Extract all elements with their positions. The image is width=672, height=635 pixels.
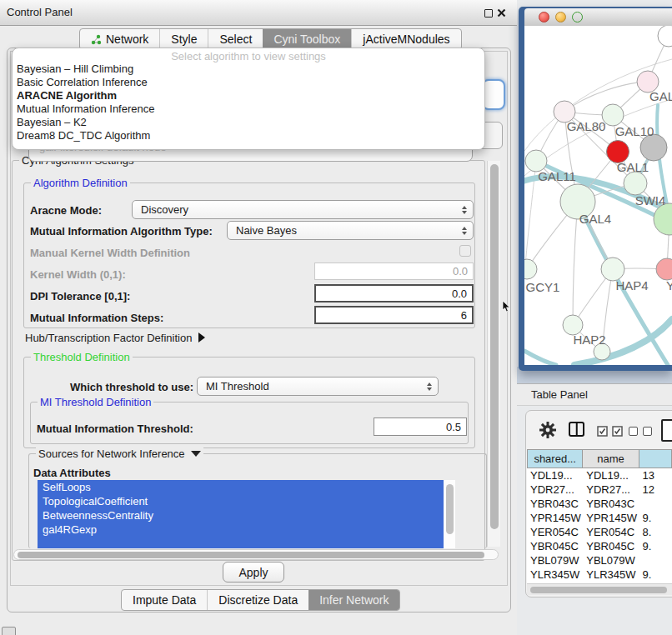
cell[interactable]: YPR145W bbox=[583, 511, 639, 525]
cell[interactable]: YBL079W bbox=[527, 553, 583, 568]
close-traffic-light[interactable] bbox=[539, 12, 549, 22]
algorithm-option-selected[interactable]: ARACNE Algorithm bbox=[17, 89, 117, 102]
tab-jactivemnodules[interactable]: jActiveMNodules bbox=[351, 29, 460, 49]
aracne-mode-combobox[interactable]: Discovery bbox=[132, 200, 474, 219]
algorithm-option[interactable]: Dream8 DC_TDC Algorithm bbox=[17, 129, 150, 142]
list-item-selected[interactable]: TopologicalCoefficient bbox=[38, 494, 455, 508]
deselect-all-checkboxes-icon[interactable] bbox=[629, 427, 652, 436]
tab-label: Select bbox=[219, 32, 252, 46]
sources-toggle[interactable]: Sources for Network Inference bbox=[36, 448, 203, 460]
cell[interactable]: YBL079W bbox=[583, 553, 639, 568]
column-header-shared[interactable]: shared... bbox=[527, 449, 583, 468]
select-all-checkboxes-icon[interactable] bbox=[597, 426, 624, 437]
collapse-arrow-icon bbox=[191, 451, 201, 457]
vscroll-thumb[interactable] bbox=[490, 164, 499, 529]
zoom-traffic-light[interactable] bbox=[572, 12, 583, 22]
tab-select[interactable]: Select bbox=[208, 29, 263, 49]
settings-horizontal-scrollbar[interactable] bbox=[13, 549, 499, 560]
gear-icon[interactable] bbox=[539, 421, 557, 439]
minimize-traffic-light[interactable] bbox=[555, 12, 566, 22]
list-item-selected[interactable]: BetweennessCentrality bbox=[38, 508, 455, 522]
table-horizontal-scrollbar[interactable] bbox=[527, 583, 672, 595]
table-row[interactable]: YER054CYER054C8. bbox=[527, 525, 672, 539]
mi-threshold-field[interactable]: 0.5 bbox=[374, 418, 467, 436]
column-layout-icon[interactable] bbox=[569, 422, 584, 437]
cell[interactable]: 9. bbox=[639, 568, 672, 582]
cell[interactable]: 9. bbox=[639, 511, 672, 525]
cell[interactable]: YDL19... bbox=[583, 468, 639, 482]
table-document-icon[interactable] bbox=[661, 419, 672, 442]
which-threshold-combobox[interactable]: MI Threshold bbox=[197, 377, 439, 396]
node-attribute-table[interactable]: shared... name YDL19...YDL19...13 YDR27.… bbox=[527, 449, 672, 583]
table-row[interactable]: YBR045CYBR045C9. bbox=[527, 539, 672, 553]
cell[interactable]: YBR045C bbox=[583, 539, 639, 553]
close-icon[interactable] bbox=[497, 8, 506, 18]
list-item-partial[interactable] bbox=[38, 537, 455, 548]
manual-kernel-checkbox[interactable] bbox=[459, 245, 471, 257]
list-item-selected[interactable]: gal4RGexp bbox=[38, 522, 455, 537]
cell[interactable]: YBR043C bbox=[583, 497, 639, 511]
table-row[interactable]: YBL079WYBL079W bbox=[527, 553, 672, 568]
kernel-width-label: Kernel Width (0,1): bbox=[30, 268, 126, 281]
tab-style[interactable]: Style bbox=[159, 29, 208, 49]
tab-cyni-toolbox[interactable]: Cyni Toolbox bbox=[263, 29, 351, 49]
node-gal1[interactable] bbox=[624, 172, 647, 195]
mi-steps-field[interactable]: 6 bbox=[314, 306, 474, 324]
list-item-selected[interactable]: SelfLoops bbox=[38, 480, 455, 494]
network-window-titlebar[interactable] bbox=[524, 8, 672, 27]
tab-infer-network[interactable]: Infer Network bbox=[308, 590, 399, 610]
table-row[interactable]: YDL19...YDL19...13 bbox=[527, 468, 672, 482]
table-hscroll-thumb[interactable] bbox=[530, 587, 667, 593]
node-salmon[interactable] bbox=[656, 258, 672, 280]
cell[interactable]: YBR045C bbox=[527, 539, 583, 553]
cell[interactable]: 9. bbox=[639, 539, 672, 553]
column-header-partial[interactable] bbox=[639, 449, 672, 468]
network-view-window[interactable]: GAL GAL80 GAL10 GAL1 GAL11 SWI4 GAL4 GCY… bbox=[519, 7, 672, 371]
hscroll-thumb[interactable] bbox=[18, 552, 484, 558]
column-header-name[interactable]: name bbox=[583, 449, 639, 468]
settings-vertical-scrollbar[interactable] bbox=[487, 161, 500, 547]
cell[interactable]: YLR345W bbox=[527, 568, 583, 582]
sources-title: Sources for Network Inference bbox=[38, 448, 185, 460]
tab-impute-data[interactable]: Impute Data bbox=[122, 590, 207, 610]
list-scroll-thumb[interactable] bbox=[446, 484, 454, 534]
list-scrollbar[interactable] bbox=[444, 480, 455, 548]
node-gcy1[interactable] bbox=[524, 259, 537, 279]
network-canvas[interactable]: GAL GAL80 GAL10 GAL1 GAL11 SWI4 GAL4 GCY… bbox=[524, 26, 672, 365]
float-icon[interactable] bbox=[484, 9, 493, 18]
table-row[interactable]: YLR345WYLR345W9. bbox=[527, 568, 672, 582]
table-row[interactable]: YPR145WYPR145W9. bbox=[527, 511, 672, 525]
cell[interactable] bbox=[639, 497, 672, 511]
cell[interactable]: YLR345W bbox=[583, 568, 639, 582]
cell[interactable]: YDL19... bbox=[527, 468, 583, 482]
table-row[interactable]: YBR043CYBR043C bbox=[527, 497, 672, 511]
cell[interactable]: 8. bbox=[639, 525, 672, 539]
hub-definition-toggle[interactable]: Hub/Transcription Factor Definition bbox=[25, 332, 205, 344]
cell[interactable]: YDR27... bbox=[583, 482, 639, 497]
mi-type-combobox[interactable]: Naive Bayes bbox=[227, 221, 474, 240]
algorithm-option[interactable]: Mutual Information Inference bbox=[17, 102, 154, 115]
node-hap4[interactable] bbox=[601, 258, 624, 281]
algorithm-option[interactable]: Bayesian – Hill Climbing bbox=[17, 62, 133, 75]
table-row[interactable]: YDR27...YDR27...12 bbox=[527, 482, 672, 497]
dpi-tolerance-field[interactable]: 0.0 bbox=[314, 284, 474, 302]
cell[interactable]: YER054C bbox=[583, 525, 639, 539]
apply-button[interactable]: Apply bbox=[223, 562, 284, 582]
cell[interactable]: YPR145W bbox=[527, 511, 583, 525]
cell[interactable] bbox=[639, 553, 672, 568]
bottom-corner-icon[interactable] bbox=[2, 627, 16, 635]
cell[interactable]: 12 bbox=[639, 482, 672, 497]
cell[interactable]: YER054C bbox=[527, 525, 583, 539]
node-swi4[interactable] bbox=[654, 203, 672, 235]
cell[interactable]: 13 bbox=[639, 468, 672, 482]
data-attributes-list[interactable]: SelfLoops TopologicalCoefficient Between… bbox=[38, 480, 455, 548]
cell[interactable]: YDR27... bbox=[527, 482, 583, 497]
node-unlabeled[interactable] bbox=[658, 26, 672, 47]
algorithm-dropdown-popup: Select algorithm to view settings Bayesi… bbox=[12, 48, 485, 150]
algorithm-option[interactable]: Bayesian – K2 bbox=[17, 116, 87, 128]
cell[interactable]: YBR043C bbox=[527, 497, 583, 511]
tab-network[interactable]: Network bbox=[80, 29, 159, 49]
kernel-width-field[interactable]: 0.0 bbox=[314, 262, 474, 280]
algorithm-option[interactable]: Basic Correlation Inference bbox=[17, 76, 148, 88]
tab-discretize-data[interactable]: Discretize Data bbox=[207, 590, 308, 610]
